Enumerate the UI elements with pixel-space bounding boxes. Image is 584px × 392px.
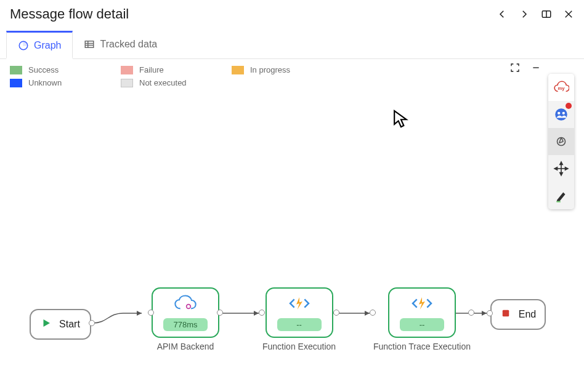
svg-marker-22 bbox=[554, 167, 557, 170]
flow-node-function-exec[interactable]: -- Function Execution bbox=[262, 287, 336, 352]
svg-point-13 bbox=[562, 112, 565, 114]
function-icon bbox=[287, 295, 312, 314]
tool-move[interactable] bbox=[548, 155, 574, 182]
svg-text:my: my bbox=[558, 86, 566, 91]
timing-chip: -- bbox=[400, 318, 444, 331]
cloud-icon bbox=[173, 295, 198, 314]
page-title: Message flow detail bbox=[10, 6, 129, 22]
next-icon[interactable] bbox=[519, 9, 530, 20]
play-icon bbox=[41, 318, 52, 331]
zoom-out-icon[interactable] bbox=[531, 63, 541, 73]
tab-tracked-data[interactable]: Tracked data bbox=[73, 31, 168, 58]
legend-failure: Failure bbox=[121, 65, 232, 74]
svg-point-12 bbox=[558, 112, 560, 114]
svg-rect-5 bbox=[86, 41, 94, 48]
flow-start-label: Start bbox=[59, 319, 80, 330]
svg-marker-26 bbox=[296, 297, 302, 310]
svg-marker-24 bbox=[44, 319, 51, 327]
cursor-icon bbox=[393, 110, 409, 128]
tool-users[interactable] bbox=[548, 101, 574, 128]
tab-graph-label: Graph bbox=[34, 40, 61, 51]
side-toolbar: my bbox=[548, 74, 574, 209]
timing-chip: -- bbox=[277, 318, 322, 331]
legend-unknown: Unknown bbox=[10, 78, 121, 87]
flow-canvas[interactable]: Start 778ms APIM Backend -- bbox=[0, 281, 584, 367]
close-icon[interactable] bbox=[563, 9, 574, 20]
svg-point-25 bbox=[187, 304, 191, 308]
prev-icon[interactable] bbox=[497, 9, 508, 20]
flow-node-label: APIM Backend bbox=[157, 342, 214, 352]
svg-point-11 bbox=[555, 108, 567, 121]
flow-node-start[interactable]: Start bbox=[30, 309, 91, 340]
tab-tracked-label: Tracked data bbox=[100, 39, 157, 50]
panel-icon[interactable] bbox=[541, 9, 552, 20]
flow-node-label: Function Trace Execution bbox=[373, 342, 471, 352]
notification-badge bbox=[566, 103, 572, 109]
tool-highlighter[interactable] bbox=[548, 182, 574, 209]
tab-graph[interactable]: Graph bbox=[6, 31, 73, 59]
fullscreen-icon[interactable] bbox=[510, 63, 520, 73]
function-icon bbox=[410, 295, 434, 314]
legend-notexecuted: Not executed bbox=[121, 78, 232, 87]
svg-marker-21 bbox=[560, 173, 562, 175]
flow-node-end[interactable]: End bbox=[490, 299, 546, 330]
flow-end-label: End bbox=[519, 309, 536, 320]
flow-node-apim[interactable]: 778ms APIM Backend bbox=[152, 287, 219, 352]
svg-marker-27 bbox=[419, 297, 425, 310]
legend-inprogress: In progress bbox=[232, 65, 343, 74]
svg-marker-20 bbox=[560, 162, 562, 164]
tool-aperture[interactable] bbox=[548, 128, 574, 155]
flow-node-label: Function Execution bbox=[262, 342, 336, 352]
svg-marker-23 bbox=[566, 167, 568, 170]
legend-success: Success bbox=[10, 65, 121, 74]
tool-my[interactable]: my bbox=[548, 74, 574, 101]
timing-chip: 778ms bbox=[163, 318, 208, 331]
flow-node-function-trace[interactable]: -- Function Trace Execution bbox=[373, 287, 471, 352]
svg-rect-28 bbox=[503, 310, 509, 317]
stop-icon bbox=[500, 308, 511, 321]
